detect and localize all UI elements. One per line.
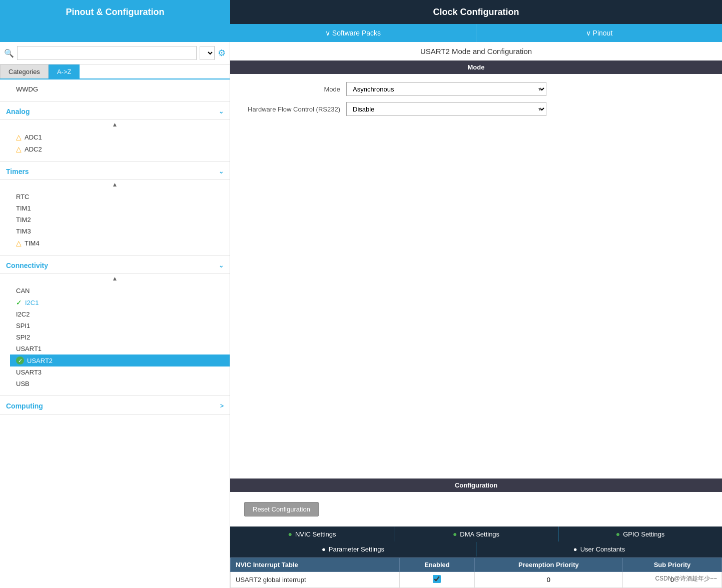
config-section-header: Configuration xyxy=(230,478,722,492)
right-panel: USART2 Mode and Configuration Mode Mode … xyxy=(230,42,722,588)
left-header-title: Pinout & Configuration xyxy=(66,7,165,18)
search-bar: 🔍 ⚙ xyxy=(0,42,230,64)
divider-1 xyxy=(0,101,230,102)
tab-dma-settings[interactable]: ● DMA Settings xyxy=(394,526,558,542)
mode-row: Mode Asynchronous xyxy=(240,82,712,96)
computing-group-header[interactable]: Computing > xyxy=(0,398,230,414)
hardware-flow-label: Hardware Flow Control (RS232) xyxy=(240,106,340,113)
preemption-cell: 0 xyxy=(474,572,622,588)
right-header-title: Clock Configuration xyxy=(433,7,519,18)
gear-icon[interactable]: ⚙ xyxy=(218,48,226,58)
analog-group-header[interactable]: Analog ⌄ xyxy=(0,104,230,120)
list-item-adc2[interactable]: △ ADC2 xyxy=(10,143,230,155)
warning-icon-adc2: △ xyxy=(16,145,22,153)
param-check-icon: ● xyxy=(322,546,326,553)
warning-icon-tim4: △ xyxy=(16,239,22,247)
list-item-tim3[interactable]: TIM3 xyxy=(10,226,230,237)
computing-chevron: > xyxy=(220,402,224,410)
hardware-flow-select-wrapper: Disable xyxy=(346,102,546,116)
nvic-check-icon: ● xyxy=(288,530,292,538)
pinout-btn[interactable]: ∨ Pinout xyxy=(476,24,722,42)
timers-items: RTC TIM1 TIM2 TIM3 △ TIM4 xyxy=(0,189,230,253)
sub-header-left-spacer xyxy=(0,24,230,42)
tab-nvic-settings[interactable]: ● NVIC Settings xyxy=(230,526,394,542)
list-item-usart3[interactable]: USART3 xyxy=(10,366,230,378)
mode-select[interactable]: Asynchronous xyxy=(346,82,546,96)
list-item-tim4[interactable]: △ TIM4 xyxy=(10,237,230,249)
list-item-i2c1[interactable]: ✓ I2C1 xyxy=(10,296,230,308)
list-item-tim1[interactable]: TIM1 xyxy=(10,202,230,214)
list-item-tim2[interactable]: TIM2 xyxy=(10,214,230,226)
list-item-can[interactable]: CAN xyxy=(10,285,230,296)
tab-az[interactable]: A->Z xyxy=(49,64,80,78)
check-icon-i2c1: ✓ xyxy=(16,298,22,306)
enabled-cell xyxy=(400,572,475,588)
hardware-flow-row: Hardware Flow Control (RS232) Disable xyxy=(240,102,712,116)
software-packs-btn[interactable]: ∨ Software Packs xyxy=(230,24,476,42)
search-icon: 🔍 xyxy=(4,48,14,58)
nvic-table: NVIC Interrupt Table Enabled Preemption … xyxy=(230,558,722,588)
tab-categories[interactable]: Categories xyxy=(0,64,49,78)
interrupt-name: USART2 global interrupt xyxy=(231,572,400,588)
watermark: CSDN @诗酒趁年少~~ xyxy=(655,574,717,583)
tab-user-constants[interactable]: ● User Constants xyxy=(476,542,722,556)
divider-3 xyxy=(0,255,230,256)
analog-items: △ ADC1 △ ADC2 xyxy=(0,129,230,159)
analog-up-arrow: ▲ xyxy=(0,120,230,129)
left-scroll: WWDG Analog ⌄ ▲ △ ADC1 △ xyxy=(0,80,230,588)
main-title: USART2 Mode and Configuration xyxy=(230,42,722,60)
warning-icon-adc1: △ xyxy=(16,133,22,141)
col-header-sub: Sub Priority xyxy=(622,558,721,572)
config-section: Configuration Reset Configuration ● NVIC… xyxy=(230,478,722,588)
dma-check-icon: ● xyxy=(453,530,457,538)
reset-btn-wrap: Reset Configuration xyxy=(230,492,722,526)
enabled-checkbox[interactable] xyxy=(433,575,441,583)
col-header-interrupt: NVIC Interrupt Table xyxy=(231,558,400,572)
connectivity-items: CAN ✓ I2C1 I2C2 SPI1 SPI2 USART1 ✓ USART… xyxy=(0,283,230,394)
nvic-tabs-row1: ● NVIC Settings ● DMA Settings ● GPIO Se… xyxy=(230,526,722,542)
tab-parameter-settings[interactable]: ● Parameter Settings xyxy=(230,542,476,556)
divider-2 xyxy=(0,161,230,162)
connectivity-group-header[interactable]: Connectivity ⌄ xyxy=(0,258,230,274)
search-dropdown[interactable] xyxy=(200,46,215,60)
mode-label: Mode xyxy=(240,86,340,93)
list-item-spi2[interactable]: SPI2 xyxy=(10,332,230,343)
tab-bar: Categories A->Z xyxy=(0,64,230,80)
mode-section-header: Mode xyxy=(230,60,722,74)
connectivity-chevron: ⌄ xyxy=(219,262,224,269)
search-input[interactable] xyxy=(17,46,197,60)
mode-section: Mode Asynchronous Hardware Flow Control … xyxy=(230,74,722,130)
list-item-usb[interactable]: USB xyxy=(10,378,230,390)
list-item-wwdg[interactable]: WWDG xyxy=(10,84,230,95)
tab-gpio-settings[interactable]: ● GPIO Settings xyxy=(558,526,722,542)
hardware-flow-select[interactable]: Disable xyxy=(346,102,546,116)
gpio-check-icon: ● xyxy=(616,530,620,538)
col-header-enabled: Enabled xyxy=(400,558,475,572)
divider-4 xyxy=(0,396,230,396)
wwdg-group: WWDG xyxy=(0,82,230,99)
list-item-usart2[interactable]: ✓ USART2 xyxy=(10,354,230,366)
left-header: Pinout & Configuration xyxy=(0,0,230,24)
analog-chevron: ⌄ xyxy=(219,108,224,115)
list-item-rtc[interactable]: RTC xyxy=(10,191,230,202)
right-header: Clock Configuration xyxy=(230,0,722,24)
list-item-spi1[interactable]: SPI1 xyxy=(10,320,230,332)
timers-group-header[interactable]: Timers ⌄ xyxy=(0,164,230,180)
col-header-preemption: Preemption Priority xyxy=(474,558,622,572)
mode-select-wrapper: Asynchronous xyxy=(346,82,546,96)
sub-header-right: ∨ Software Packs ∨ Pinout xyxy=(230,24,722,42)
timers-chevron: ⌄ xyxy=(219,168,224,175)
table-row: USART2 global interrupt 0 0 xyxy=(231,572,722,588)
reset-config-button[interactable]: Reset Configuration xyxy=(244,502,319,516)
user-check-icon: ● xyxy=(573,546,577,553)
nvic-tabs-row2: ● Parameter Settings ● User Constants xyxy=(230,542,722,558)
list-item-usart1[interactable]: USART1 xyxy=(10,343,230,354)
connectivity-up-arrow: ▲ xyxy=(0,274,230,283)
list-item-adc1[interactable]: △ ADC1 xyxy=(10,131,230,143)
list-item-i2c2[interactable]: I2C2 xyxy=(10,308,230,320)
check-icon-usart2: ✓ xyxy=(16,356,24,364)
timers-up-arrow: ▲ xyxy=(0,180,230,189)
left-panel: 🔍 ⚙ Categories A->Z WWDG xyxy=(0,42,230,588)
